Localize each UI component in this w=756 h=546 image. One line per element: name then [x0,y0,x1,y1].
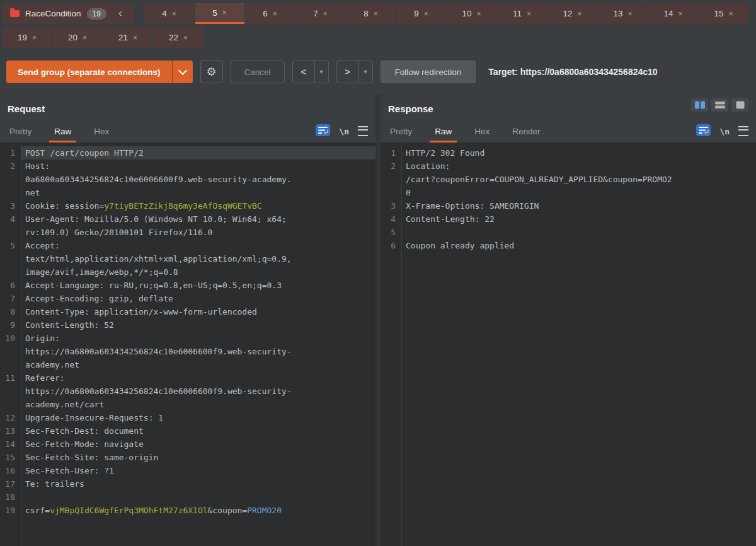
rows-layout-button[interactable] [711,98,728,112]
request-editor[interactable]: 1POST /cart/coupon HTTP/22Host:0a6800a60… [0,142,375,546]
tab-close-icon[interactable]: × [578,9,582,18]
code-line[interactable]: 7Accept-Encoding: gzip, deflate [0,292,375,305]
columns-layout-button[interactable] [691,98,708,112]
repeater-tab-13[interactable]: 13× [598,3,648,24]
code-line[interactable]: 0 [381,186,756,199]
code-line[interactable]: 2Host: [0,160,375,173]
single-layout-button[interactable] [731,98,748,112]
back-button[interactable]: < [293,61,314,83]
repeater-tab-21[interactable]: 21× [103,27,152,48]
code-line[interactable]: 11Referer: [0,371,375,385]
repeater-tab-15[interactable]: 15× [699,3,748,24]
tab-close-icon[interactable]: × [32,33,37,42]
tab-close-icon[interactable]: × [679,9,683,18]
response-tab-render[interactable]: Render [510,120,542,142]
code-line[interactable]: 18 [0,491,375,504]
forward-button[interactable]: > [337,61,358,83]
response-tab-hex[interactable]: Hex [472,120,491,142]
collapse-group-icon[interactable]: ‹ [112,8,126,20]
show-newlines-toggle-icon[interactable]: \n [719,127,730,136]
code-line[interactable]: 5Accept: [0,239,375,252]
code-line[interactable]: 14Sec-Fetch-Mode: navigate [0,438,375,451]
editor-menu-icon[interactable] [358,126,368,136]
code-line[interactable]: 1POST /cart/coupon HTTP/2 [0,146,375,160]
soft-wrap-toggle-icon[interactable] [316,124,330,139]
show-newlines-toggle-icon[interactable]: \n [339,127,349,136]
tab-group-racecondition[interactable]: RaceCondition 19 ‹ [3,3,134,24]
tab-close-icon[interactable]: × [628,9,633,18]
code-line[interactable]: 16Sec-Fetch-User: ?1 [0,464,375,477]
target-url[interactable]: https://0a6800a603434256824c10 [518,67,658,77]
tab-close-icon[interactable]: × [374,9,378,18]
tab-close-icon[interactable]: × [477,9,481,18]
tab-close-icon[interactable]: × [133,33,137,42]
code-line[interactable]: image/avif,image/webp,*/*;q=0.8 [0,265,375,279]
code-line[interactable]: 10Origin: [0,332,375,345]
repeater-tab-11[interactable]: 11× [498,3,547,24]
code-line[interactable]: 1HTTP/2 302 Found [381,146,756,160]
tab-close-icon[interactable]: × [172,9,176,18]
repeater-tab-5[interactable]: 5× [195,3,244,24]
code-line[interactable]: 4Content-Length: 22 [381,212,756,226]
tab-close-icon[interactable]: × [222,8,227,17]
editor-menu-icon[interactable] [738,126,748,136]
tab-close-icon[interactable]: × [323,9,328,18]
tab-close-icon[interactable]: × [729,9,733,18]
tab-close-icon[interactable]: × [83,33,87,42]
code-line[interactable]: 0a6800a603434256824c10e6006600f9.web-sec… [0,173,375,186]
response-tab-pretty[interactable]: Pretty [388,120,414,142]
response-editor[interactable]: 1HTTP/2 302 Found2Location:/cart?couponE… [381,142,756,546]
code-line[interactable]: /cart?couponError=COUPON_ALREADY_APPLIED… [381,173,756,186]
soft-wrap-toggle-icon[interactable] [696,124,711,139]
repeater-tab-20[interactable]: 20× [53,27,102,48]
code-line[interactable]: rv:109.0) Gecko/20100101 Firefox/116.0 [0,226,375,239]
repeater-tab-10[interactable]: 10× [447,3,496,24]
code-line[interactable]: text/html,application/xhtml+xml,applicat… [0,252,375,265]
follow-redirection-button[interactable]: Follow redirection [381,61,476,83]
request-tab-hex[interactable]: Hex [92,120,111,142]
code-line[interactable]: 12Upgrade-Insecure-Requests: 1 [0,411,375,424]
tab-close-icon[interactable]: × [424,9,428,18]
cancel-button[interactable]: Cancel [231,61,285,83]
code-line[interactable]: 6Accept-Language: ru-RU,ru;q=0.8,en-US;q… [0,279,375,292]
send-group-button[interactable]: Send group (separate connections) [6,61,193,83]
panel-divider[interactable] [375,95,381,546]
code-line[interactable]: 3Cookie: session=y7tiyBETzZikjBq6my3eAfO… [0,199,375,212]
repeater-tab-4[interactable]: 4× [145,3,194,24]
code-line[interactable]: 8Content-Type: application/x-www-form-ur… [0,305,375,318]
code-line[interactable]: net [0,186,375,199]
response-tab-raw[interactable]: Raw [433,120,454,142]
repeater-tab-22[interactable]: 22× [154,27,203,48]
code-line[interactable]: academy.net/cart [0,398,375,411]
request-tab-pretty[interactable]: Pretty [8,120,33,142]
tab-close-icon[interactable]: × [527,9,531,18]
code-line[interactable]: 4User-Agent: Mozilla/5.0 (Windows NT 10.… [0,212,375,226]
repeater-tab-6[interactable]: 6× [246,3,295,24]
tab-close-icon[interactable]: × [183,33,188,42]
code-line[interactable]: https://0a6800a603434256824c10e6006600f9… [0,345,375,358]
code-line[interactable]: 2Location: [381,160,756,173]
send-options-dropdown[interactable] [172,61,193,83]
repeater-tab-19[interactable]: 19× [3,27,52,48]
forward-dropdown-button[interactable]: ▼ [358,61,372,83]
code-line[interactable]: 9Content-Length: 52 [0,318,375,332]
code-line[interactable]: 3X-Frame-Options: SAMEORIGIN [381,199,756,212]
code-line[interactable]: 19csrf=vjMBpQIdC6WgfErPq3MOhFtM27z6XIOl&… [0,504,375,517]
back-dropdown-button[interactable]: ▼ [314,61,328,83]
code-line[interactable]: 17Te: trailers [0,477,375,491]
request-tab-raw[interactable]: Raw [52,120,73,142]
tab-close-icon[interactable]: × [273,9,277,18]
code-line[interactable]: https://0a6800a603434256824c10e6006600f9… [0,385,375,398]
code-line[interactable]: 6Coupon already applied [381,239,756,252]
send-group-button-label[interactable]: Send group (separate connections) [6,61,172,83]
repeater-tab-8[interactable]: 8× [346,3,396,24]
repeater-tab-14[interactable]: 14× [649,3,698,24]
repeater-tab-7[interactable]: 7× [296,3,345,24]
code-line[interactable]: academy.net [0,358,375,371]
repeater-tab-9[interactable]: 9× [397,3,446,24]
code-line[interactable]: 13Sec-Fetch-Dest: document [0,424,375,438]
code-line[interactable]: 15Sec-Fetch-Site: same-origin [0,451,375,464]
settings-button[interactable]: ⚙ [200,61,223,83]
code-line[interactable]: 5 [381,226,756,239]
repeater-tab-12[interactable]: 12× [548,3,597,24]
